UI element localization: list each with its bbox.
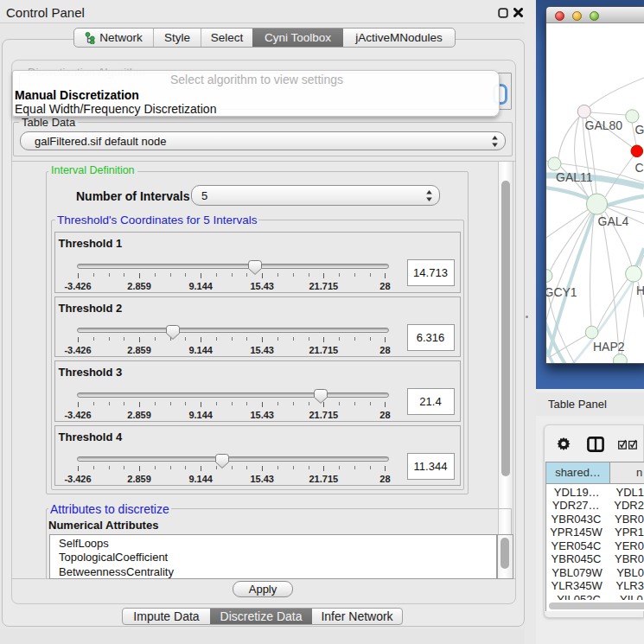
svg-text:C: C	[635, 161, 644, 175]
svg-text:GAL4: GAL4	[598, 214, 629, 228]
svg-text:GAL11: GAL11	[556, 170, 593, 184]
svg-text:H: H	[636, 284, 644, 297]
svg-text:GA: GA	[635, 123, 644, 137]
svg-text:GAL80: GAL80	[585, 118, 623, 132]
svg-text:GCY1: GCY1	[546, 285, 577, 299]
svg-text:HAP2: HAP2	[593, 340, 625, 354]
